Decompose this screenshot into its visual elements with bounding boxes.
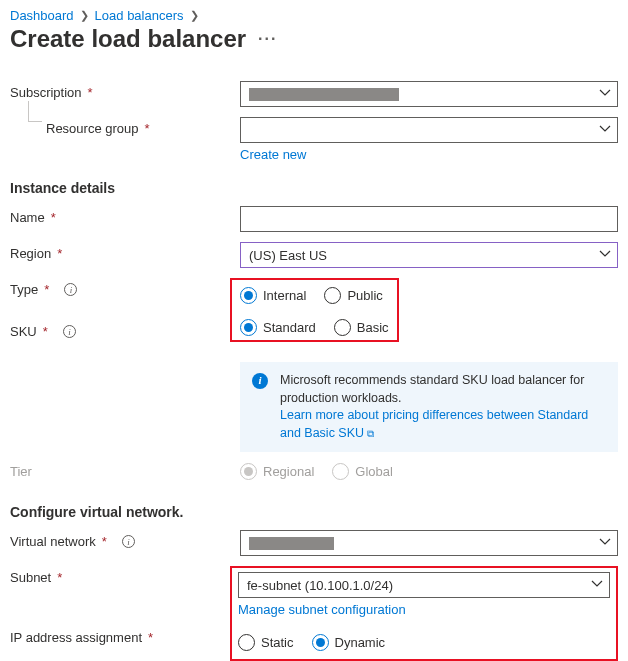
type-public-radio[interactable]: Public (324, 287, 382, 304)
subnet-ip-highlight: fe-subnet (10.100.1.0/24) Manage subnet … (230, 566, 618, 661)
tier-global-radio: Global (332, 463, 393, 480)
resource-group-label: Resource group* (10, 117, 240, 136)
tier-regional-radio: Regional (240, 463, 314, 480)
subnet-value: fe-subnet (10.100.1.0/24) (247, 578, 393, 593)
sku-pricing-link[interactable]: Learn more about pricing differences bet… (280, 408, 588, 440)
chevron-down-icon (591, 578, 603, 593)
manage-subnet-link[interactable]: Manage subnet configuration (238, 602, 406, 617)
external-link-icon: ⧉ (367, 428, 374, 439)
subnet-select[interactable]: fe-subnet (10.100.1.0/24) (238, 572, 610, 598)
page-title: Create load balancer ··· (10, 25, 618, 53)
chevron-down-icon (599, 123, 611, 138)
type-sku-highlight: Internal Public Standard Basic (230, 278, 399, 342)
sku-info-callout: i Microsoft recommends standard SKU load… (240, 362, 618, 452)
breadcrumb-dashboard[interactable]: Dashboard (10, 8, 74, 23)
ip-static-radio[interactable]: Static (238, 634, 294, 651)
redacted-value (249, 88, 399, 101)
subnet-label: Subnet* (10, 566, 240, 585)
sku-label: SKU* (10, 320, 240, 339)
page-title-text: Create load balancer (10, 25, 246, 53)
ip-dynamic-radio[interactable]: Dynamic (312, 634, 386, 651)
info-icon[interactable] (122, 535, 135, 548)
region-value: (US) East US (249, 248, 327, 263)
chevron-right-icon: ❯ (190, 9, 199, 22)
info-icon[interactable] (64, 283, 77, 296)
vnet-select[interactable] (240, 530, 618, 556)
type-internal-radio[interactable]: Internal (240, 287, 306, 304)
resource-group-select[interactable] (240, 117, 618, 143)
sku-standard-radio[interactable]: Standard (240, 319, 316, 336)
type-label: Type* (10, 278, 240, 297)
chevron-right-icon: ❯ (80, 9, 89, 22)
chevron-down-icon (599, 536, 611, 551)
vnet-heading: Configure virtual network. (10, 504, 618, 520)
vnet-label: Virtual network* (10, 530, 240, 549)
ip-assignment-label: IP address assignment* (10, 626, 240, 645)
info-icon[interactable] (63, 325, 76, 338)
tier-label: Tier (10, 460, 240, 479)
sku-basic-radio[interactable]: Basic (334, 319, 389, 336)
create-new-link[interactable]: Create new (240, 147, 306, 162)
redacted-value (249, 537, 334, 550)
breadcrumb: Dashboard ❯ Load balancers ❯ (10, 8, 618, 23)
name-input[interactable] (240, 206, 618, 232)
subscription-label: Subscription* (10, 81, 240, 100)
name-label: Name* (10, 206, 240, 225)
more-actions-icon[interactable]: ··· (258, 30, 277, 48)
subscription-select[interactable] (240, 81, 618, 107)
breadcrumb-load-balancers[interactable]: Load balancers (95, 8, 184, 23)
region-label: Region* (10, 242, 240, 261)
region-select[interactable]: (US) East US (240, 242, 618, 268)
callout-text: Microsoft recommends standard SKU load b… (280, 373, 584, 405)
info-icon: i (252, 373, 268, 389)
chevron-down-icon (599, 87, 611, 102)
instance-details-heading: Instance details (10, 180, 618, 196)
chevron-down-icon (599, 248, 611, 263)
